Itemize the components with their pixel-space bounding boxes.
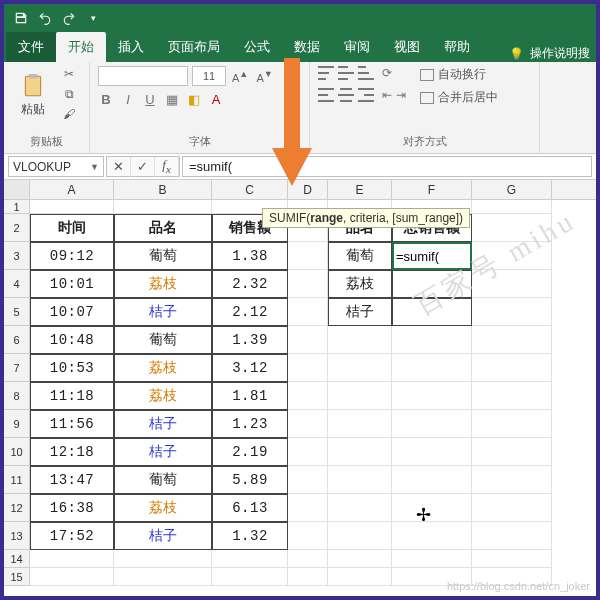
indent-increase-icon[interactable]: ⇥ <box>396 88 406 102</box>
col-header-G[interactable]: G <box>472 180 552 199</box>
underline-button[interactable]: U <box>142 92 158 107</box>
table1-name[interactable]: 葡萄 <box>114 326 212 354</box>
tab-view[interactable]: 视图 <box>382 32 432 62</box>
cell[interactable] <box>472 550 552 568</box>
fill-color-button[interactable]: ◧ <box>186 92 202 107</box>
cell[interactable] <box>392 550 472 568</box>
cell[interactable] <box>472 200 552 214</box>
editing-cell[interactable]: =sumif( <box>392 242 472 270</box>
cell[interactable] <box>392 326 472 354</box>
table2-name[interactable]: 桔子 <box>328 298 392 326</box>
wrap-text-button[interactable]: 自动换行 <box>420 66 498 83</box>
cell[interactable] <box>472 410 552 438</box>
align-top-icon[interactable] <box>318 66 334 80</box>
select-all-corner[interactable] <box>4 180 30 199</box>
formula-input[interactable]: =sumif( <box>182 156 592 177</box>
row-header[interactable]: 3 <box>4 242 30 270</box>
font-size-select[interactable]: 11 <box>192 66 226 86</box>
cell[interactable] <box>288 242 328 270</box>
cell[interactable] <box>328 568 392 586</box>
cell[interactable] <box>392 410 472 438</box>
cell[interactable] <box>114 550 212 568</box>
cell[interactable] <box>328 494 392 522</box>
table2-name[interactable]: 葡萄 <box>328 242 392 270</box>
row-header[interactable]: 12 <box>4 494 30 522</box>
cell[interactable] <box>328 326 392 354</box>
table1-name[interactable]: 桔子 <box>114 410 212 438</box>
orientation-icon[interactable]: ⟳ <box>382 66 392 80</box>
cell[interactable] <box>30 200 114 214</box>
cell[interactable] <box>288 494 328 522</box>
name-box-dropdown-icon[interactable]: ▼ <box>90 162 99 172</box>
table1-sales[interactable]: 6.13 <box>212 494 288 522</box>
table1-sales[interactable]: 5.89 <box>212 466 288 494</box>
cell[interactable] <box>212 550 288 568</box>
save-icon[interactable] <box>12 9 30 27</box>
cell[interactable] <box>472 382 552 410</box>
name-box[interactable]: VLOOKUP ▼ <box>8 156 104 177</box>
table1-sales[interactable]: 1.38 <box>212 242 288 270</box>
cell[interactable] <box>472 494 552 522</box>
cell[interactable] <box>328 410 392 438</box>
table1-header-time[interactable]: 时间 <box>30 214 114 242</box>
table1-sales[interactable]: 1.32 <box>212 522 288 550</box>
paste-button[interactable]: 粘贴 <box>12 66 54 122</box>
table1-sales[interactable]: 1.23 <box>212 410 288 438</box>
table1-name[interactable]: 葡萄 <box>114 466 212 494</box>
table1-name[interactable]: 葡萄 <box>114 242 212 270</box>
align-right-icon[interactable] <box>358 88 374 102</box>
table1-sales[interactable]: 1.39 <box>212 326 288 354</box>
cell[interactable] <box>392 438 472 466</box>
row-header[interactable]: 11 <box>4 466 30 494</box>
cancel-formula-button[interactable]: ✕ <box>107 157 131 177</box>
cell[interactable] <box>392 354 472 382</box>
cell[interactable] <box>472 214 552 242</box>
row-header[interactable]: 7 <box>4 354 30 382</box>
row-header[interactable]: 1 <box>4 200 30 214</box>
table1-sales[interactable]: 2.19 <box>212 438 288 466</box>
table1-header-name[interactable]: 品名 <box>114 214 212 242</box>
table1-name[interactable]: 桔子 <box>114 298 212 326</box>
table1-sales[interactable]: 2.32 <box>212 270 288 298</box>
row-header[interactable]: 14 <box>4 550 30 568</box>
cell[interactable] <box>328 522 392 550</box>
insert-function-button[interactable]: fx <box>155 155 179 179</box>
cell[interactable] <box>212 568 288 586</box>
cell[interactable] <box>288 382 328 410</box>
cell[interactable] <box>288 522 328 550</box>
cell[interactable] <box>114 568 212 586</box>
cell[interactable] <box>392 494 472 522</box>
table1-time[interactable]: 10:53 <box>30 354 114 382</box>
align-middle-icon[interactable] <box>338 66 354 80</box>
table2-name[interactable]: 荔枝 <box>328 270 392 298</box>
cell[interactable] <box>328 354 392 382</box>
cell[interactable] <box>328 550 392 568</box>
table1-name[interactable]: 荔枝 <box>114 382 212 410</box>
worksheet[interactable]: A B C D E F G 1 2 时间 品名 销售额 品名 总销售额 3 09… <box>4 180 596 596</box>
table1-time[interactable]: 16:38 <box>30 494 114 522</box>
cell[interactable] <box>472 466 552 494</box>
table1-time[interactable]: 12:18 <box>30 438 114 466</box>
align-center-icon[interactable] <box>338 88 354 102</box>
table2-total[interactable] <box>392 270 472 298</box>
merge-center-button[interactable]: 合并后居中 <box>420 89 498 106</box>
align-left-icon[interactable] <box>318 88 334 102</box>
col-header-E[interactable]: E <box>328 180 392 199</box>
tab-review[interactable]: 审阅 <box>332 32 382 62</box>
bold-button[interactable]: B <box>98 92 114 107</box>
table1-sales[interactable]: 1.81 <box>212 382 288 410</box>
table1-sales[interactable]: 3.12 <box>212 354 288 382</box>
table2-total[interactable] <box>392 298 472 326</box>
align-bottom-icon[interactable] <box>358 66 374 80</box>
table1-time[interactable]: 17:52 <box>30 522 114 550</box>
grow-font-icon[interactable]: A▲ <box>230 69 250 84</box>
table1-name[interactable]: 桔子 <box>114 522 212 550</box>
row-header[interactable]: 10 <box>4 438 30 466</box>
format-painter-icon[interactable]: 🖌 <box>60 106 78 122</box>
col-header-A[interactable]: A <box>30 180 114 199</box>
font-color-button[interactable]: A <box>208 92 224 107</box>
table1-time[interactable]: 10:48 <box>30 326 114 354</box>
cell[interactable] <box>472 298 552 326</box>
cell[interactable] <box>472 242 552 270</box>
col-header-B[interactable]: B <box>114 180 212 199</box>
